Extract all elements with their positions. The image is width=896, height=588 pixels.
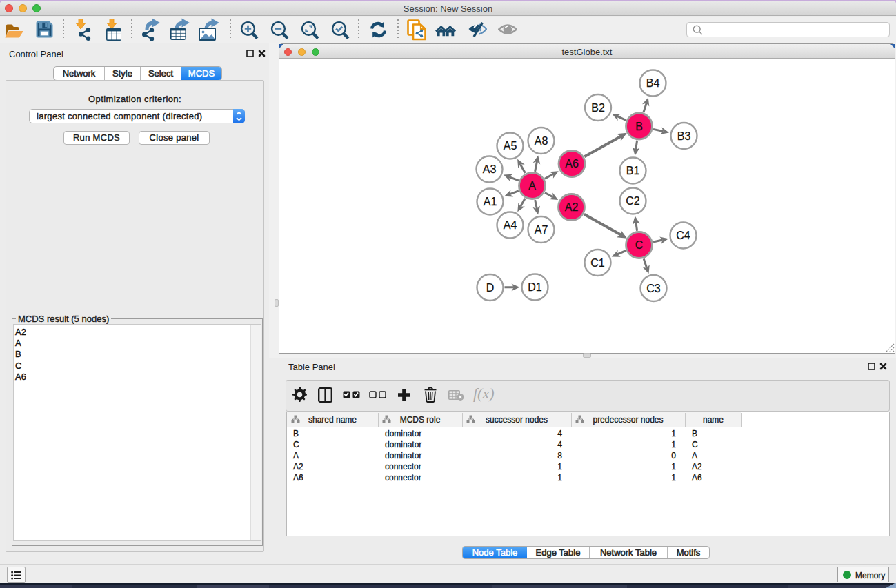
svg-text:C2: C2 bbox=[626, 195, 640, 207]
svg-text:B3: B3 bbox=[677, 130, 691, 142]
svg-text:A4: A4 bbox=[504, 219, 517, 231]
svg-text:A7: A7 bbox=[535, 224, 548, 236]
svg-text:B4: B4 bbox=[646, 77, 660, 89]
svg-text:C1: C1 bbox=[590, 257, 605, 269]
svg-text:A6: A6 bbox=[565, 158, 579, 170]
svg-text:C4: C4 bbox=[676, 230, 690, 241]
svg-text:C: C bbox=[635, 239, 644, 251]
svg-text:D1: D1 bbox=[528, 281, 542, 293]
svg-text:A2: A2 bbox=[565, 201, 579, 213]
svg-text:A8: A8 bbox=[535, 135, 548, 147]
svg-text:A3: A3 bbox=[483, 163, 497, 175]
svg-text:B1: B1 bbox=[626, 165, 640, 176]
svg-text:B2: B2 bbox=[591, 102, 605, 114]
svg-text:C3: C3 bbox=[646, 283, 661, 294]
svg-text:A1: A1 bbox=[484, 196, 497, 207]
svg-text:A5: A5 bbox=[504, 140, 517, 152]
svg-text:B: B bbox=[635, 121, 643, 132]
svg-text:A: A bbox=[528, 180, 536, 192]
svg-text:D: D bbox=[486, 282, 495, 294]
